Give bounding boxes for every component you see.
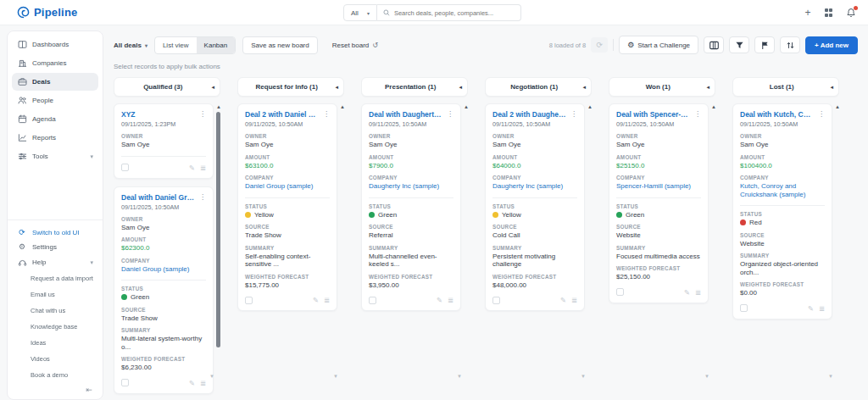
flag-button[interactable]	[754, 36, 775, 53]
checklist-icon[interactable]: ≣	[819, 304, 825, 313]
checklist-icon[interactable]: ≣	[324, 296, 330, 304]
field-value-company[interactable]: Kutch, Conroy and Cruickshank (sample)	[740, 182, 825, 198]
collapse-column-icon[interactable]: ◂	[211, 84, 220, 91]
collapse-sidebar-icon[interactable]: ⇤	[8, 383, 103, 396]
sidebar-item-help[interactable]: Help ▾	[8, 254, 103, 270]
deal-card[interactable]: Deal with Kutch, Conroy...⋮09/11/2025, 1…	[732, 103, 832, 319]
scroll-up-icon[interactable]: ▲	[216, 104, 221, 109]
kanban-view-button[interactable]: Kanban	[197, 37, 236, 53]
column-header[interactable]: Won (1)◂	[609, 77, 715, 97]
board-select[interactable]: All deals ▾	[114, 42, 147, 49]
search-scope-select[interactable]: All ▾	[343, 4, 377, 21]
edit-icon[interactable]: ✎	[684, 288, 690, 297]
collapse-column-icon[interactable]: ◂	[459, 84, 467, 91]
deal-card[interactable]: Deal with Spencer-Ham...⋮09/11/2025, 10:…	[609, 103, 709, 303]
edit-icon[interactable]: ✎	[437, 296, 442, 304]
plus-icon[interactable]: +	[804, 8, 810, 18]
field-value-company[interactable]: Daniel Group (sample)	[245, 182, 330, 191]
scroll-up-icon[interactable]: ▲	[587, 104, 593, 109]
notifications-bell-icon[interactable]	[846, 8, 856, 18]
kebab-menu-icon[interactable]: ⋮	[567, 110, 577, 118]
scroll-up-icon[interactable]: ▲	[711, 104, 716, 109]
select-record-checkbox[interactable]	[245, 297, 253, 304]
column-header[interactable]: Qualified (3)◂	[114, 77, 220, 97]
edit-icon[interactable]: ✎	[808, 304, 814, 313]
select-record-checkbox[interactable]	[121, 164, 129, 171]
column-header[interactable]: Negotiation (1)◂	[485, 77, 592, 97]
field-value-company[interactable]: Spencer-Hamill (sample)	[616, 182, 701, 191]
kebab-menu-icon[interactable]: ⋮	[196, 110, 206, 118]
deal-card[interactable]: Deal 2 with Daugherty I...⋮09/11/2025, 1…	[485, 103, 585, 311]
help-item-request-a-data-import[interactable]: Request a data import	[8, 270, 103, 286]
sort-button[interactable]	[780, 36, 800, 53]
checklist-icon[interactable]: ≣	[200, 379, 206, 387]
collapse-column-icon[interactable]: ◂	[335, 84, 343, 91]
sidebar-item-people[interactable]: People	[12, 92, 98, 109]
list-view-button[interactable]: List view	[155, 37, 197, 53]
sidebar-item-tools[interactable]: Tools▾	[12, 147, 98, 165]
checklist-icon[interactable]: ≣	[571, 296, 577, 304]
select-record-checkbox[interactable]	[369, 297, 376, 304]
checklist-icon[interactable]: ≣	[200, 164, 206, 172]
select-record-checkbox[interactable]	[740, 304, 748, 312]
field-value-company[interactable]: Daugherty Inc (sample)	[492, 182, 577, 191]
edit-icon[interactable]: ✎	[560, 296, 566, 304]
deal-card[interactable]: Deal 2 with Daniel Grou...⋮09/11/2025, 1…	[237, 103, 337, 311]
field-value-company[interactable]: Daugherty Inc (sample)	[369, 182, 453, 191]
help-item-videos[interactable]: Videos	[8, 351, 103, 367]
start-challenge-button[interactable]: ⚙ Start a Challenge	[619, 36, 698, 54]
scroll-down-icon[interactable]: ▼	[704, 374, 709, 379]
edit-icon[interactable]: ✎	[189, 379, 195, 387]
kebab-menu-icon[interactable]: ⋮	[320, 110, 330, 118]
reset-board-button[interactable]: Reset board ↺	[325, 37, 386, 53]
deal-card[interactable]: Deal with Daniel Grou...⋮09/11/2025, 10:…	[114, 186, 214, 394]
deal-title[interactable]: XYZ	[121, 110, 196, 119]
help-item-email-us[interactable]: Email us	[8, 286, 103, 303]
sidebar-item-deals[interactable]: Deals	[12, 73, 98, 91]
deal-title[interactable]: Deal with Daniel Grou...	[121, 193, 196, 202]
app-logo[interactable]: Pipeline	[0, 6, 77, 19]
column-scrollbar[interactable]	[216, 112, 220, 347]
select-record-checkbox[interactable]	[616, 288, 624, 296]
global-search[interactable]	[377, 4, 521, 21]
scroll-down-icon[interactable]: ▼	[209, 374, 214, 379]
save-as-new-board-button[interactable]: Save as new board	[242, 36, 318, 54]
deal-card[interactable]: Deal with Daugherty Inc...⋮09/11/2025, 1…	[361, 103, 461, 311]
scroll-down-icon[interactable]: ▼	[581, 374, 586, 379]
field-value-company[interactable]: Daniel Group (sample)	[121, 265, 206, 274]
deal-title[interactable]: Deal with Daugherty Inc...	[369, 110, 443, 119]
add-new-button[interactable]: + Add new	[805, 36, 858, 54]
scroll-down-icon[interactable]: ▼	[457, 374, 462, 379]
select-record-checkbox[interactable]	[121, 379, 129, 386]
sidebar-item-switch-to-old-ui[interactable]: ⟳ Switch to old UI	[8, 225, 103, 240]
column-header[interactable]: Request for Info (1)◂	[237, 77, 344, 97]
collapse-column-icon[interactable]: ◂	[706, 84, 715, 91]
filter-button[interactable]	[729, 36, 749, 53]
kebab-menu-icon[interactable]: ⋮	[443, 110, 453, 118]
help-item-book-a-demo[interactable]: Book a demo	[8, 367, 103, 383]
scroll-down-icon[interactable]: ▼	[828, 374, 833, 379]
sidebar-item-settings[interactable]: ⚙ Settings	[8, 240, 103, 254]
scroll-up-icon[interactable]: ▲	[835, 104, 840, 109]
edit-icon[interactable]: ✎	[189, 164, 195, 172]
scroll-up-icon[interactable]: ▲	[464, 104, 469, 109]
select-record-checkbox[interactable]	[492, 297, 500, 304]
sidebar-item-companies[interactable]: Companies	[12, 54, 98, 72]
sidebar-item-dashboards[interactable]: Dashboards	[12, 36, 98, 53]
edit-icon[interactable]: ✎	[313, 296, 319, 304]
sidebar-item-agenda[interactable]: Agenda	[12, 110, 98, 128]
kebab-menu-icon[interactable]: ⋮	[691, 110, 701, 118]
deal-title[interactable]: Deal 2 with Daugherty I...	[492, 110, 567, 119]
collapse-column-icon[interactable]: ◂	[830, 84, 838, 91]
collapse-column-icon[interactable]: ◂	[582, 84, 591, 91]
help-item-chat-with-us[interactable]: Chat with us	[8, 303, 103, 319]
deal-title[interactable]: Deal with Kutch, Conroy...	[740, 110, 815, 119]
column-header[interactable]: Presentation (1)◂	[361, 77, 468, 97]
columns-button[interactable]	[704, 36, 724, 53]
kebab-menu-icon[interactable]: ⋮	[196, 193, 206, 201]
deal-title[interactable]: Deal with Spencer-Ham...	[616, 110, 691, 119]
search-input[interactable]	[394, 9, 515, 17]
checklist-icon[interactable]: ≣	[695, 288, 701, 297]
deal-title[interactable]: Deal 2 with Daniel Grou...	[245, 110, 320, 119]
reload-records-button[interactable]: ⟳	[591, 37, 608, 53]
